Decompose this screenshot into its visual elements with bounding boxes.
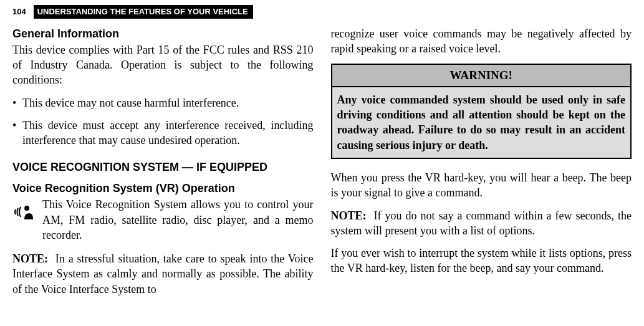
note-paragraph: NOTE: In a stressful situation, take car… [12, 251, 314, 297]
page-number: 104 [12, 6, 26, 17]
page-header: 104 UNDERSTANDING THE FEATURES OF YOUR V… [12, 5, 632, 19]
para-general-info: This device complies with Part 15 of the… [12, 42, 314, 88]
content-columns: General Information This device complies… [12, 26, 632, 304]
heading-general-info: General Information [12, 26, 314, 41]
note-paragraph: NOTE: If you do not say a command within… [331, 208, 632, 239]
list-item: This device may not cause harmful interf… [12, 95, 314, 110]
heading-voice-operation: Voice Recognition System (VR) Operation [12, 181, 314, 196]
list-item: This device must accept any interference… [12, 118, 314, 148]
warning-title: WARNING! [332, 65, 631, 87]
svg-point-0 [24, 206, 29, 211]
para-beep: When you press the VR hard-key, you will… [331, 170, 632, 201]
warning-box: WARNING! Any voice commanded system shou… [331, 64, 632, 159]
para-interrupt: If you ever wish to interrupt the system… [331, 246, 632, 276]
page-title: UNDERSTANDING THE FEATURES OF YOUR VEHIC… [34, 5, 253, 19]
right-column: recognize user voice commands may be neg… [331, 26, 632, 304]
note-text: In a stressful situation, take care to s… [12, 252, 314, 295]
para-voice-operation: This Voice Recognition System allows you… [42, 197, 314, 242]
para-continuation: recognize user voice commands may be neg… [331, 26, 632, 57]
note-label: NOTE: [12, 252, 48, 265]
voice-recognition-icon [12, 201, 35, 223]
note-label: NOTE: [331, 209, 367, 222]
left-column: General Information This device complies… [12, 26, 314, 304]
note-text: If you do not say a command within a few… [331, 209, 632, 237]
bullet-list: This device may not cause harmful interf… [12, 95, 314, 148]
voice-icon-row: This Voice Recognition System allows you… [12, 197, 314, 242]
warning-body: Any voice commanded system should be use… [332, 87, 631, 158]
heading-voice-section: VOICE RECOGNITION SYSTEM — IF EQUIPPED [12, 160, 314, 175]
